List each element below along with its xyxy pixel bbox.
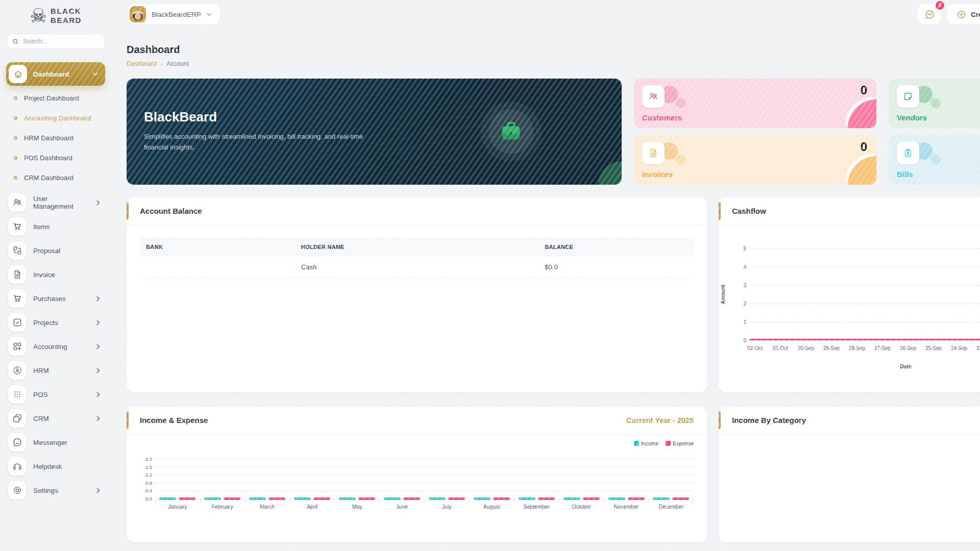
logo-line2: BEARD — [51, 16, 82, 24]
stat-card-vendors[interactable]: Vendors — [889, 79, 980, 128]
chevron-right-icon — [96, 296, 100, 302]
hero-description: Simplifies accounting with streamlined i… — [144, 132, 363, 153]
sidebar-subitem-hrm-dashboard[interactable]: HRM Dashboard — [0, 128, 111, 148]
bullet-icon — [14, 96, 17, 100]
decor-circle — [930, 98, 941, 108]
legend-item-expense: Expense — [666, 440, 694, 446]
x-tick-label: 25-Sep — [921, 345, 946, 351]
chevron-right-icon — [96, 320, 100, 325]
notifications-button[interactable]: 0 — [918, 4, 941, 24]
y-tick-label: 0.8 — [141, 480, 152, 486]
chevron-right-icon: › — [161, 61, 163, 67]
skull-logo-icon: ☠ — [30, 6, 47, 26]
grid-dots-icon — [8, 385, 27, 404]
search-input[interactable] — [23, 38, 99, 45]
income-expense-card: Income & Expense Current Year - 2025 Inc… — [127, 407, 707, 542]
create-workspace-button[interactable]: Create Wo — [947, 4, 980, 24]
stat-column-2: Vendors Bills — [889, 79, 980, 185]
gridline — [155, 474, 694, 475]
sidebar-item-projects[interactable]: Projects — [6, 311, 105, 334]
sidebar-search[interactable] — [7, 34, 105, 49]
sidebar-subitem-pos-dashboard[interactable]: POS Dashboard — [0, 148, 111, 168]
stat-card-customers[interactable]: 0 Customers — [634, 79, 876, 128]
sidebar-item-dashboard[interactable]: Dashboard — [6, 62, 105, 86]
overlap-squares-icon — [8, 409, 27, 428]
grid-plus-icon — [8, 337, 27, 356]
page-title: Dashboard — [127, 44, 980, 56]
chevron-down-icon — [207, 13, 212, 16]
sidebar-item-proposal[interactable]: Proposal — [6, 239, 105, 262]
x-tick-label: 26-Sep — [895, 345, 921, 351]
top-actions: 0 Create Wo — [918, 4, 980, 24]
cashflow-x-axis-label: Date — [900, 363, 912, 369]
middle-row: Account Balance BANKHOLDER NAMEBALANCE C… — [127, 197, 980, 392]
sidebar: ☠ BLACKBEARD Dashboard Project Dashboard… — [0, 0, 111, 551]
sidebar-item-helpdesk[interactable]: Helpdesk — [6, 455, 105, 478]
workspace-selector[interactable]: BlackBeardERP — [128, 4, 220, 24]
breadcrumb-dashboard-link[interactable]: Dashboard — [127, 60, 157, 67]
person-circle-icon — [8, 361, 27, 380]
legend-swatch — [634, 441, 639, 446]
chevron-right-icon — [96, 392, 100, 397]
sidebar-item-pos[interactable]: POS — [6, 383, 105, 406]
sidebar-subitem-project-dashboard[interactable]: Project Dashboard — [0, 88, 111, 108]
users-icon — [8, 193, 27, 212]
check-square-icon — [8, 313, 27, 332]
stat-label: Bills — [897, 170, 913, 179]
stat-card-invoices[interactable]: 0 Invoices — [634, 135, 876, 185]
cashflow-x-axis: 02-Oct01-Oct30-Sep29-Sep28-Sep27-Sep26-S… — [742, 345, 980, 351]
table-column-header: BANK — [140, 237, 295, 257]
stat-value: 0 — [861, 83, 867, 97]
x-tick-label: December — [653, 504, 689, 510]
chevron-right-icon — [96, 344, 100, 349]
table-column-header: HOLDER NAME — [295, 237, 538, 257]
x-tick-label: July — [429, 504, 464, 510]
x-tick-label: January — [160, 504, 195, 510]
sidebar-subitem-accounting-dashboard[interactable]: Accounting Dashboard — [0, 108, 111, 128]
sidebar-subitem-crm-dashboard[interactable]: CRM Dashboard — [0, 168, 111, 188]
legend-item-income: Income — [634, 440, 658, 446]
bullet-icon — [14, 136, 17, 140]
logo-line1: BLACK — [51, 7, 81, 15]
corner-shape — [848, 99, 876, 128]
sidebar-item-items[interactable]: Items — [6, 215, 105, 238]
x-tick-label: 23-Sep — [972, 345, 980, 351]
card-accent-bar — [127, 202, 129, 220]
x-tick-label: September — [519, 504, 554, 510]
sidebar-item-hrm[interactable]: HRM — [6, 359, 105, 382]
income-by-category-title: Income By Category — [732, 416, 806, 424]
breadcrumb: Dashboard › Account — [127, 60, 980, 67]
gridline — [155, 459, 694, 459]
gridline — [749, 285, 980, 286]
sidebar-item-accounting[interactable]: Accounting — [6, 335, 105, 358]
swap-icon — [8, 241, 27, 260]
sidebar-item-invoice[interactable]: Invoice — [6, 263, 105, 286]
stat-column-1: 0 Customers 0 Invoices — [634, 79, 876, 185]
x-tick-label: October — [564, 504, 599, 510]
gridline — [155, 483, 694, 483]
account-balance-card: Account Balance BANKHOLDER NAMEBALANCE C… — [127, 197, 707, 392]
y-tick-label: 3 — [736, 283, 746, 288]
stat-label: Vendors — [897, 113, 927, 122]
y-tick-label: 1.6 — [141, 464, 152, 470]
sidebar-item-user-management[interactable]: User Management — [6, 191, 105, 214]
legend-swatch — [666, 441, 671, 446]
sidebar-item-messenger[interactable]: Messenger — [6, 431, 105, 454]
x-tick-label: March — [250, 504, 285, 510]
stat-card-bills[interactable]: Bills — [889, 135, 980, 185]
income-expense-subtitle: Current Year - 2025 — [626, 416, 694, 424]
x-tick-label: April — [295, 504, 330, 510]
y-tick-label: 2 — [736, 301, 746, 307]
sidebar-item-crm[interactable]: CRM — [6, 407, 105, 430]
x-tick-label: 02-Oct — [742, 345, 768, 351]
sidebar-item-purchases[interactable]: Purchases — [6, 287, 105, 310]
cashflow-chart: Amount 543210 — [749, 248, 980, 340]
y-tick-label: 4 — [736, 264, 746, 270]
circle-plus-icon — [957, 10, 966, 19]
search-icon — [12, 38, 19, 45]
gridline — [749, 322, 980, 322]
workspace-avatar — [130, 6, 146, 22]
app-logo: ☠ BLACKBEARD — [0, 6, 111, 26]
clipboard-dollar-icon — [897, 142, 919, 164]
sidebar-item-settings[interactable]: Settings — [6, 479, 105, 502]
